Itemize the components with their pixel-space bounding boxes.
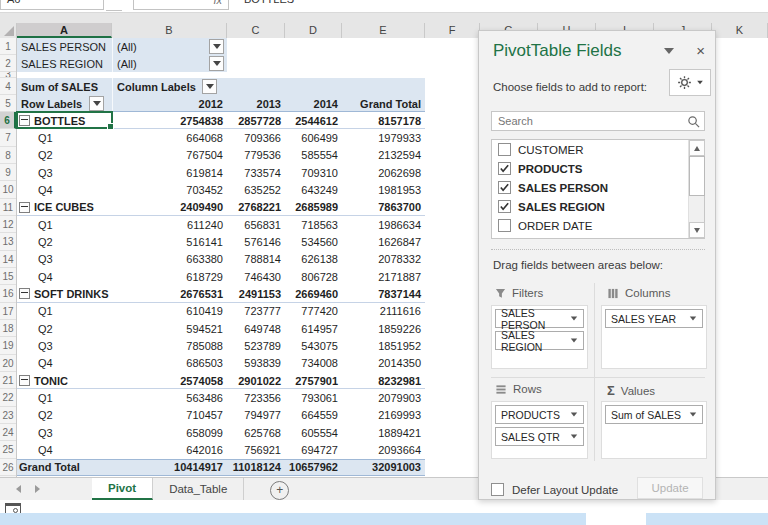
row-header-14[interactable]: 14 [0, 251, 16, 268]
row-header-23[interactable]: 23 [0, 407, 16, 424]
field-item-sales-person[interactable]: SALES PERSON [492, 178, 704, 197]
pill-caret-icon[interactable] [571, 435, 577, 439]
row-header-2[interactable]: 2 [0, 55, 16, 72]
field-checkbox[interactable] [498, 143, 511, 156]
prev-sheet-icon[interactable] [16, 485, 21, 493]
field-item-customer[interactable]: CUSTOMER [492, 140, 704, 159]
scroll-thumb[interactable] [689, 156, 705, 196]
row-header-17[interactable]: 17 [0, 303, 16, 320]
column-header-F[interactable]: F [425, 23, 480, 38]
column-header-E[interactable]: E [342, 23, 425, 38]
row-label-q1: Q1 [17, 216, 112, 233]
field-checkbox[interactable] [498, 181, 511, 194]
row-label-q4: Q4 [17, 355, 112, 372]
row-header-6[interactable]: 6 [0, 112, 16, 129]
formula-input[interactable]: BOTTLES [238, 0, 758, 10]
row-header-22[interactable]: 22 [0, 389, 16, 406]
row-header-19[interactable]: 19 [0, 337, 16, 354]
value-cell: 733574 [227, 164, 285, 181]
row-header-24[interactable]: 24 [0, 424, 16, 441]
column-header-A[interactable]: A [17, 23, 112, 38]
pane-close-icon[interactable]: × [696, 44, 705, 58]
field-item-order-date[interactable]: ORDER DATE [492, 216, 704, 235]
row-header-1[interactable]: 1 [0, 38, 16, 55]
column-labels-dropdown-button[interactable] [202, 79, 217, 94]
row-header-12[interactable]: 12 [0, 216, 16, 233]
rows-pill-sales-qtr[interactable]: SALES QTR [495, 427, 584, 446]
collapse-button[interactable] [19, 115, 30, 126]
field-checkbox[interactable] [498, 162, 511, 175]
pane-options-caret-icon[interactable] [664, 48, 674, 54]
row-labels-dropdown-button[interactable] [89, 96, 104, 111]
value-cell: 635252 [227, 181, 285, 198]
pill-caret-icon[interactable] [571, 317, 577, 321]
pill-caret-icon[interactable] [690, 413, 696, 417]
collapse-button[interactable] [19, 375, 30, 386]
pill-caret-icon[interactable] [571, 413, 577, 417]
field-checkbox[interactable] [498, 219, 511, 232]
row-label-q1: Q1 [17, 129, 112, 146]
columns-pill-sales-year[interactable]: SALES YEAR [605, 309, 703, 328]
new-sheet-button[interactable]: + [270, 481, 289, 500]
column-header-C[interactable]: C [227, 23, 285, 38]
row-header-20[interactable]: 20 [0, 355, 16, 372]
value-cell: 710457 [112, 407, 227, 424]
filters-area[interactable]: SALES PERSONSALES REGION [491, 305, 588, 369]
name-box[interactable]: A6 [0, 0, 104, 10]
values-pill-sum-of-sales[interactable]: Sum of SALES [605, 405, 703, 424]
row-label-q4: Q4 [17, 441, 112, 458]
filters-pill-sales-region[interactable]: SALES REGION [495, 331, 584, 350]
tools-button[interactable] [669, 69, 711, 96]
filter-dropdown-button[interactable] [209, 56, 224, 71]
row-header-25[interactable]: 25 [0, 441, 16, 458]
row-header-13[interactable]: 13 [0, 233, 16, 250]
sheet-nav [0, 478, 60, 500]
field-item-sales-region[interactable]: SALES REGION [492, 197, 704, 216]
row-header-11[interactable]: 11 [0, 199, 16, 216]
rows-area[interactable]: PRODUCTSSALES QTR [491, 401, 588, 459]
column-header-B[interactable]: B [112, 23, 227, 38]
row-header-8[interactable]: 8 [0, 147, 16, 164]
field-item-products[interactable]: PRODUCTS [492, 159, 704, 178]
select-all-corner[interactable] [0, 23, 17, 38]
name-box-caret-icon[interactable] [106, 0, 122, 11]
rows-pill-products[interactable]: PRODUCTS [495, 405, 584, 424]
sheet-tab-data_table[interactable]: Data_Table [153, 478, 244, 500]
defer-layout-checkbox[interactable] [491, 483, 504, 496]
column-header-K[interactable]: K [712, 23, 768, 38]
sheet-tab-pivot[interactable]: Pivot [92, 478, 153, 500]
scroll-up-icon[interactable] [689, 140, 705, 156]
search-input[interactable]: Search [491, 111, 705, 131]
row-header-15[interactable]: 15 [0, 268, 16, 285]
insert-function-button[interactable]: fx [133, 0, 229, 10]
filter-value: (All) [112, 55, 192, 72]
field-checkbox[interactable] [498, 200, 511, 213]
row-header-5[interactable]: 5 [0, 95, 16, 112]
next-sheet-icon[interactable] [35, 485, 40, 493]
filter-dropdown-button[interactable] [209, 39, 224, 54]
value-cell: 625768 [227, 424, 285, 441]
value-cell: 664559 [285, 407, 342, 424]
row-header-9[interactable]: 9 [0, 164, 16, 181]
row-header-10[interactable]: 10 [0, 181, 16, 198]
row-header-4[interactable]: 4 [0, 78, 16, 95]
row-header-18[interactable]: 18 [0, 320, 16, 337]
collapse-button[interactable] [19, 202, 30, 213]
pill-caret-icon[interactable] [690, 317, 696, 321]
value-cell: 534560 [285, 233, 342, 250]
row-header-21[interactable]: 21 [0, 372, 16, 389]
scroll-down-icon[interactable] [689, 222, 705, 238]
values-area[interactable]: Sum of SALES [601, 401, 707, 459]
filters-pill-sales-person[interactable]: SALES PERSON [495, 309, 584, 328]
pill-caret-icon[interactable] [571, 339, 577, 343]
collapse-button[interactable] [19, 288, 30, 299]
row-header-7[interactable]: 7 [0, 129, 16, 146]
update-button[interactable]: Update [637, 477, 703, 499]
columns-area[interactable]: SALES YEAR [601, 305, 707, 369]
sigma-icon: Σ [607, 383, 615, 398]
row-header-16[interactable]: 16 [0, 285, 16, 302]
row-header-26[interactable]: 26 [0, 459, 16, 476]
field-list-scrollbar[interactable] [688, 140, 704, 238]
drag-fields-label: Drag fields between areas below: [493, 259, 663, 271]
column-header-D[interactable]: D [285, 23, 342, 38]
